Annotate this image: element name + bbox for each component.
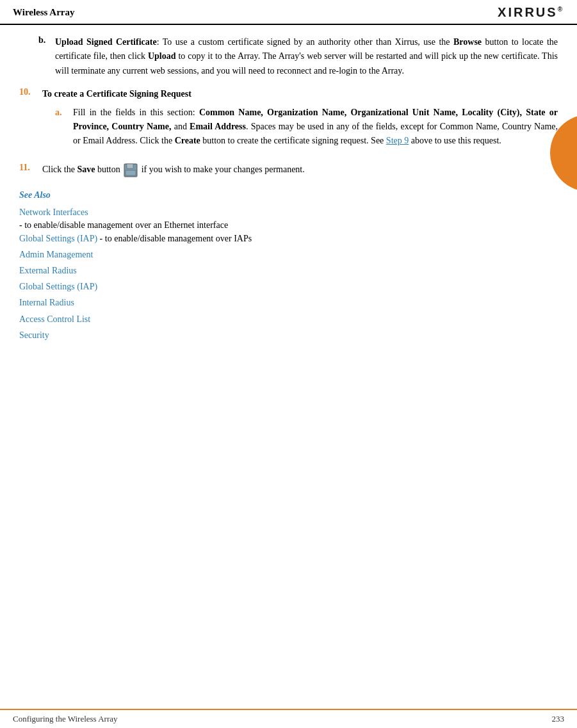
global-settings-iap-link-2[interactable]: Global Settings (IAP)	[19, 279, 558, 295]
page-footer: Configuring the Wireless Array 233	[0, 709, 577, 728]
item11-number: 11.	[19, 163, 42, 177]
see-also-item-0: Network Interfaces - to enable/disable m…	[19, 204, 558, 231]
see-also-section: See Also Network Interfaces - to enable/…	[19, 190, 558, 344]
item10a-text4: button to create the certificate signing…	[200, 136, 386, 145]
svg-rect-6	[127, 164, 133, 168]
list-item-b: b. Upload Signed Certificate: To use a c…	[19, 35, 558, 78]
page-title: Wireless Array	[13, 7, 75, 18]
global-settings-iap-suffix: - to enable/disable management over IAPs	[100, 234, 252, 243]
registered-mark: ®	[558, 6, 564, 13]
item11-text1: Click the	[42, 165, 77, 174]
item10a-create: Create	[175, 136, 200, 145]
security-link[interactable]: Security	[19, 327, 558, 343]
logo-container: XIRRUS®	[498, 5, 564, 20]
step9-link[interactable]: Step 9	[386, 136, 409, 145]
item10a-text2: and	[172, 122, 190, 131]
item10-content: To create a Certificate Signing Request …	[42, 87, 558, 154]
sub-item-10a-label: a.	[55, 106, 69, 149]
admin-management-link[interactable]: Admin Management	[19, 247, 558, 263]
svg-rect-7	[126, 170, 136, 175]
access-control-list-link[interactable]: Access Control List	[19, 311, 558, 327]
item10-number: 10.	[19, 87, 42, 154]
item10-heading: To create a Certificate Signing Request	[42, 89, 191, 99]
item11-text3: if you wish to make your changes permane…	[142, 165, 305, 174]
main-content: b. Upload Signed Certificate: To use a c…	[0, 25, 577, 356]
internal-radius-link[interactable]: Internal Radius	[19, 295, 558, 311]
sub-item-10a: a. Fill in the fields in this section: C…	[55, 106, 558, 149]
item-b-term: Upload Signed Certificate	[55, 37, 157, 47]
item-b-content: Upload Signed Certificate: To use a cust…	[55, 35, 558, 78]
footer-right: 233	[552, 714, 565, 724]
footer-left: Configuring the Wireless Array	[13, 714, 118, 724]
page-header: Wireless Array XIRRUS®	[0, 0, 577, 25]
item10a-text5: above to use this request.	[409, 136, 501, 145]
item-b-browse: Browse	[453, 37, 482, 47]
item-b-text1: : To use a custom certificate signed by …	[157, 37, 453, 47]
list-item-11: 11. Click the Save button if you wish to…	[19, 163, 558, 177]
item10a-text1: Fill in the fields in this section:	[73, 108, 199, 117]
sub-list-10: a. Fill in the fields in this section: C…	[42, 106, 558, 149]
sub-item-10a-content: Fill in the fields in this section: Comm…	[73, 106, 558, 149]
list-item-10: 10. To create a Certificate Signing Requ…	[19, 87, 558, 154]
see-also-item-1: Global Settings (IAP) - to enable/disabl…	[19, 231, 558, 247]
item11-save-word: Save	[77, 165, 95, 174]
item10a-bold2: Email Address	[190, 122, 246, 131]
network-interfaces-link[interactable]: Network Interfaces	[19, 204, 558, 220]
item-b-upload: Upload	[148, 51, 176, 61]
item11-content: Click the Save button if you wish to mak…	[42, 163, 558, 177]
item-b-label: b.	[38, 35, 50, 78]
global-settings-iap-link-1[interactable]: Global Settings (IAP)	[19, 234, 97, 243]
xirrus-logo-text: XIRRUS®	[498, 5, 564, 20]
item11-text2: button	[95, 165, 122, 174]
external-radius-link[interactable]: External Radius	[19, 263, 558, 279]
save-icon	[124, 163, 138, 177]
see-also-title: See Also	[19, 190, 558, 200]
network-interfaces-suffix: - to enable/disable management over an E…	[19, 220, 228, 230]
